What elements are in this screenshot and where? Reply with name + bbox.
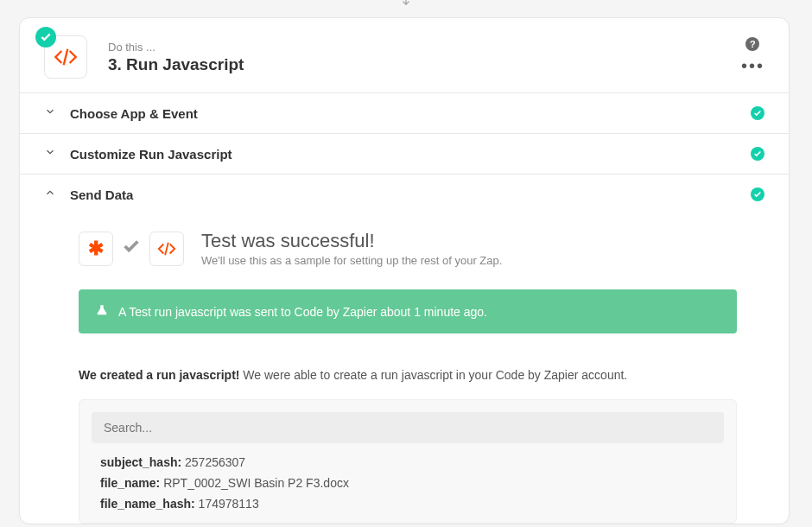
field-value: 174978113 — [195, 497, 259, 511]
flask-icon — [96, 303, 108, 320]
grey-check-icon — [122, 237, 141, 261]
output-field-row: subject_hash: 257256307 — [79, 452, 736, 473]
section-customize[interactable]: Customize Run Javascript — [20, 133, 789, 174]
section-choose-app-event[interactable]: Choose App & Event — [20, 92, 789, 133]
help-icon[interactable]: ? — [745, 37, 759, 51]
svg-line-2 — [165, 242, 168, 255]
output-field-row: file_name: RPT_0002_SWI Basin P2 F3.docx — [79, 473, 736, 493]
field-value: 257256307 — [181, 455, 245, 469]
more-options-icon[interactable]: ••• — [741, 63, 764, 68]
created-strong: We created a run javascript! — [79, 368, 239, 382]
test-text: Test was successful! We'll use this as a… — [201, 230, 502, 267]
step-header: Do this ... 3. Run Javascript ? ••• — [20, 18, 789, 92]
code-icon — [149, 232, 184, 266]
step-title: 3. Run Javascript — [108, 55, 764, 74]
success-banner: A Test run javascript was sent to Code b… — [79, 289, 737, 333]
created-rest: We were able to create a run javascript … — [239, 368, 627, 382]
complete-check-icon — [751, 147, 764, 161]
section-title: Customize Run Javascript — [70, 147, 751, 162]
step-subtitle: Do this ... — [108, 41, 764, 54]
created-message: We created a run javascript! We were abl… — [79, 368, 737, 382]
section-title: Choose App & Event — [70, 106, 751, 121]
step-icon-wrap — [44, 35, 87, 79]
test-success-row: ✱ Test was successful! We'll use this as… — [79, 214, 737, 276]
chevron-down-icon — [44, 105, 58, 121]
field-key: subject_hash: — [100, 455, 181, 469]
banner-text: A Test run javascript was sent to Code b… — [118, 305, 487, 319]
section-body: ✱ Test was successful! We'll use this as… — [20, 214, 789, 524]
field-key: file_name_hash: — [100, 497, 195, 511]
chevron-down-icon — [44, 146, 58, 162]
search-input[interactable] — [92, 412, 724, 443]
step-card: Do this ... 3. Run Javascript ? ••• Choo… — [19, 17, 790, 524]
complete-check-icon — [751, 187, 764, 201]
flow-arrow-down-icon — [0, 0, 812, 7]
output-field-row: file_name_hash: 174978113 — [79, 493, 736, 514]
step-complete-badge — [35, 27, 56, 48]
section-send-data[interactable]: Send Data — [20, 174, 789, 214]
svg-line-1 — [64, 49, 68, 66]
zapier-icon: ✱ — [79, 232, 113, 266]
section-title: Send Data — [70, 187, 751, 202]
chevron-up-icon — [44, 187, 58, 202]
field-key: file_name: — [100, 476, 160, 490]
field-value: RPT_0002_SWI Basin P2 F3.docx — [160, 476, 349, 490]
test-success-title: Test was successful! — [201, 230, 502, 252]
output-data-panel: subject_hash: 257256307file_name: RPT_00… — [79, 399, 737, 524]
test-success-subtitle: We'll use this as a sample for setting u… — [201, 254, 502, 267]
complete-check-icon — [751, 106, 764, 120]
step-header-text: Do this ... 3. Run Javascript — [108, 41, 764, 74]
test-icons: ✱ — [79, 232, 184, 266]
